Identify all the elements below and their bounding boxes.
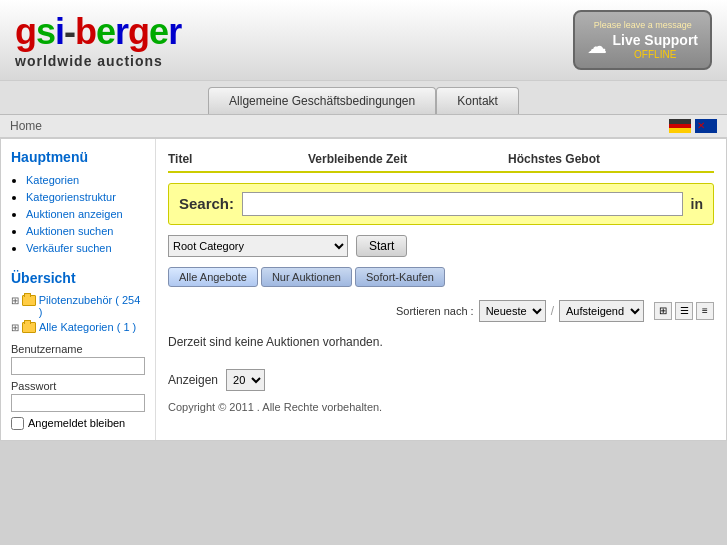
filter-sort-row: Alle Angebote Nur Auktionen Sofort-Kaufe… <box>168 267 714 295</box>
tree-view: ⊞ Pilotenzubehör ( 254 ) ⊞ Alle Kategori… <box>11 294 145 333</box>
search-input[interactable] <box>242 192 683 216</box>
live-support-main: ☁ Live Support OFFLINE <box>587 32 698 60</box>
folder-icon <box>22 322 36 333</box>
expand-icon: ⊞ <box>11 322 19 333</box>
list-item: Kategorienstruktur <box>26 190 145 204</box>
search-label: Search: <box>179 195 234 212</box>
no-auctions-message: Derzeit sind keine Auktionen vorhanden. <box>168 330 714 354</box>
content-area: Titel Verbleibende Zeit Höchstes Gebot S… <box>156 139 726 440</box>
benutzername-label: Benutzername <box>11 343 145 355</box>
logo-text: gsi-berger <box>15 11 181 53</box>
tree-item-label: Alle Kategorien ( 1 ) <box>39 321 136 333</box>
flag-german[interactable] <box>669 119 691 133</box>
sort-select[interactable]: Neueste <box>479 300 546 322</box>
sort-direction-select[interactable]: Aufsteigend <box>559 300 644 322</box>
tree-item-piloten[interactable]: ⊞ Pilotenzubehör ( 254 ) <box>11 294 145 318</box>
header-gebot: Höchstes Gebot <box>508 152 714 166</box>
sort-row: Sortieren nach : Neueste / Aufsteigend ⊞… <box>168 300 714 322</box>
live-support-please: Please leave a message <box>587 20 698 30</box>
search-bar: Search: in <box>168 183 714 225</box>
hauptmenu-title: Hauptmenü <box>11 149 145 165</box>
flag-english[interactable] <box>695 119 717 133</box>
passwort-input[interactable] <box>11 394 145 412</box>
filter-tab-sofort[interactable]: Sofort-Kaufen <box>355 267 445 287</box>
verkaufer-suchen-link[interactable]: Verkäufer suchen <box>26 242 112 254</box>
view-icons: ⊞ ☰ ≡ <box>654 302 714 320</box>
tree-item-label: Pilotenzubehör ( 254 ) <box>39 294 145 318</box>
benutzername-input[interactable] <box>11 357 145 375</box>
start-button[interactable]: Start <box>356 235 407 257</box>
main-area: Hauptmenü Kategorien Kategorienstruktur … <box>0 138 727 441</box>
sidebar: Hauptmenü Kategorien Kategorienstruktur … <box>1 139 156 440</box>
list-item: Auktionen suchen <box>26 224 145 238</box>
list-item: Kategorien <box>26 173 145 187</box>
category-row: Root Category Start <box>168 235 714 257</box>
sort-divider: / <box>551 304 554 318</box>
login-section: Benutzername Passwort Angemeldet bleiben <box>11 343 145 430</box>
nav-tab-agb[interactable]: Allgemeine Geschäftsbedingungen <box>208 87 436 114</box>
anzeigen-row: Anzeigen 20 <box>168 369 714 391</box>
tree-item-alle[interactable]: ⊞ Alle Kategorien ( 1 ) <box>11 321 145 333</box>
breadcrumb: Home <box>10 119 42 133</box>
flags <box>669 119 717 133</box>
category-select[interactable]: Root Category <box>168 235 348 257</box>
filter-tabs: Alle Angebote Nur Auktionen Sofort-Kaufe… <box>168 267 445 287</box>
grid-view-icon[interactable]: ⊞ <box>654 302 672 320</box>
cloud-icon: ☁ <box>587 34 607 58</box>
filter-tab-alle[interactable]: Alle Angebote <box>168 267 258 287</box>
list-item: Auktionen anzeigen <box>26 207 145 221</box>
kategorienstruktur-link[interactable]: Kategorienstruktur <box>26 191 116 203</box>
list-item: Verkäufer suchen <box>26 241 145 255</box>
nav-tabs: Allgemeine Geschäftsbedingungen Kontakt <box>0 81 727 115</box>
auktionen-anzeigen-link[interactable]: Auktionen anzeigen <box>26 208 123 220</box>
angemeldet-section: Angemeldet bleiben <box>11 417 145 430</box>
live-support-widget[interactable]: Please leave a message ☁ Live Support OF… <box>573 10 712 70</box>
sort-label: Sortieren nach : <box>396 305 474 317</box>
live-support-title: Live Support <box>612 32 698 49</box>
header-zeit: Verbleibende Zeit <box>308 152 488 166</box>
filter-tab-auktionen[interactable]: Nur Auktionen <box>261 267 352 287</box>
expand-icon: ⊞ <box>11 295 19 306</box>
logo-tagline: worldwide auctions <box>15 53 181 69</box>
logo: gsi-berger worldwide auctions <box>15 11 181 69</box>
nav-tab-kontakt[interactable]: Kontakt <box>436 87 519 114</box>
anzeigen-select[interactable]: 20 <box>226 369 265 391</box>
live-support-status: OFFLINE <box>612 49 698 60</box>
ubersicht-title: Übersicht <box>11 270 145 286</box>
header-titel: Titel <box>168 152 288 166</box>
auktionen-suchen-link[interactable]: Auktionen suchen <box>26 225 113 237</box>
angemeldet-label: Angemeldet bleiben <box>28 417 125 429</box>
list-view-icon[interactable]: ☰ <box>675 302 693 320</box>
folder-icon <box>22 295 36 306</box>
anzeigen-label: Anzeigen <box>168 373 218 387</box>
hauptmenu-list: Kategorien Kategorienstruktur Auktionen … <box>11 173 145 255</box>
header: gsi-berger worldwide auctions Please lea… <box>0 0 727 81</box>
auction-table-header: Titel Verbleibende Zeit Höchstes Gebot <box>168 147 714 173</box>
copyright-text: Copyright © 2011 . Alle Rechte vorbehalt… <box>168 401 714 413</box>
breadcrumb-bar: Home <box>0 115 727 138</box>
detail-view-icon[interactable]: ≡ <box>696 302 714 320</box>
passwort-label: Passwort <box>11 380 145 392</box>
angemeldet-checkbox[interactable] <box>11 417 24 430</box>
kategorien-link[interactable]: Kategorien <box>26 174 79 186</box>
search-in-label: in <box>691 196 703 212</box>
